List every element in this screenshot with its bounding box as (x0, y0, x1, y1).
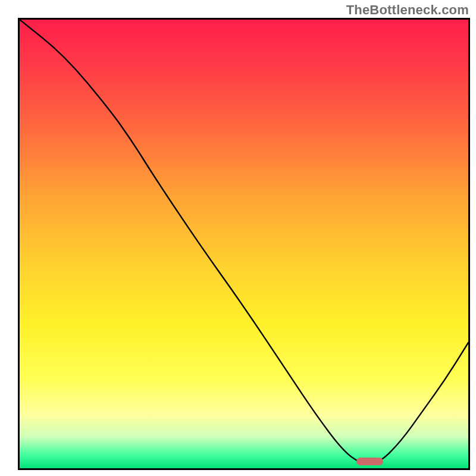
optimal-marker (356, 458, 383, 466)
watermark-text: TheBottleneck.com (346, 2, 469, 18)
chart-frame: TheBottleneck.com (0, 0, 476, 476)
plot-area (18, 18, 470, 470)
bottleneck-curve (20, 20, 468, 468)
